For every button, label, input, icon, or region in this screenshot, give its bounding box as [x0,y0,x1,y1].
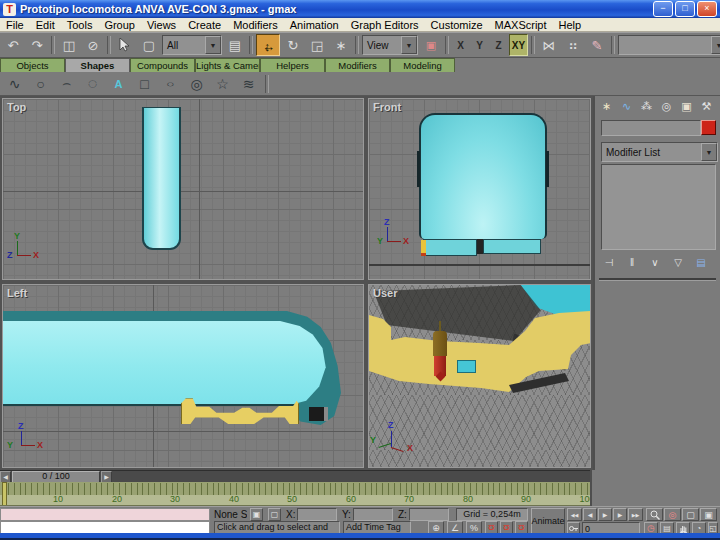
track-bar[interactable]: 10 20 30 40 50 60 70 80 90 100 [0,482,590,506]
menu-create[interactable]: Create [182,19,227,31]
viewport-front[interactable]: Front Z X Y [368,98,591,280]
restrict-y-button[interactable]: Y [471,35,488,55]
hierarchy-tab[interactable]: ⁂ [637,98,656,115]
locomotive-body-left-view[interactable] [3,321,329,405]
cyan-detail-box[interactable] [457,360,476,373]
previous-frame-button[interactable]: ◀ [583,508,597,521]
time-slider-right-arrow[interactable]: ▶ [101,471,112,483]
viewport-user[interactable]: User Z X Y [368,284,591,468]
time-slider-left-arrow[interactable]: ◀ [0,471,11,483]
next-frame-button[interactable]: ▶ [613,508,627,521]
show-end-result-button[interactable]: ‖ [622,254,642,270]
menu-edit[interactable]: Edit [30,19,61,31]
rectangular-selection-region-button[interactable]: ▢ [138,35,160,55]
tab-shapes[interactable]: Shapes [65,58,130,72]
damper-cylinder-top[interactable] [433,331,447,356]
yellow-part-front-view[interactable] [421,240,426,256]
go-to-end-button[interactable]: ▶▶ [628,508,643,521]
configure-modifier-sets-button[interactable]: ▤ [691,254,711,270]
close-button[interactable]: × [697,1,717,17]
restore-button[interactable]: □ [675,1,695,17]
modify-tab[interactable]: ∿ [617,98,636,115]
circle-tool-button[interactable]: ○ [30,74,51,94]
restrict-z-button[interactable]: Z [490,35,507,55]
skirt-right-front-view[interactable] [483,239,541,254]
make-unique-button[interactable]: ∨ [645,254,665,270]
zoom-all-button[interactable]: ◎ [664,508,681,521]
tab-modeling[interactable]: Modeling [390,58,455,72]
helix-tool-button[interactable]: ≋ [238,74,259,94]
title-bar[interactable]: T Prototipo locomotora ANVA AVE-CON 3.gm… [0,0,720,18]
utilities-tab[interactable]: ⚒ [697,98,716,115]
zoom-button[interactable] [646,508,663,521]
select-and-link-button[interactable]: ◫ [58,35,80,55]
create-tab[interactable]: ∗ [597,98,616,115]
select-and-rotate-button[interactable]: ↻ [282,35,304,55]
redo-button[interactable]: ↷ [26,35,48,55]
tab-objects[interactable]: Objects [0,58,65,72]
star-tool-button[interactable]: ☆ [212,74,233,94]
modifier-stack-list[interactable] [601,164,716,250]
skirt-left-front-view[interactable] [423,239,477,256]
track-view-button[interactable]: ✎ [586,35,608,55]
x-coord-field[interactable] [297,508,337,521]
viewport-top[interactable]: Top Y X Z [2,98,364,280]
time-slider-track[interactable]: ◀ 0 / 100 ▶ [0,470,590,482]
absolute-mode-toggle[interactable]: ▢ [268,508,281,521]
ngon-tool-button[interactable]: ◌ [82,74,103,94]
menu-group[interactable]: Group [98,19,141,31]
mirror-button[interactable]: ⋈ [538,35,560,55]
object-name-field[interactable] [601,120,701,136]
select-and-move-button[interactable]: ↔↕ [256,34,280,56]
select-object-button[interactable] [114,35,136,55]
motion-tab[interactable]: ◎ [657,98,676,115]
arc-tool-button[interactable]: ⌢ [56,74,77,94]
donut-tool-button[interactable]: ◎ [186,74,207,94]
text-tool-button[interactable]: A [108,74,129,94]
ellipse-tool-button[interactable]: ○ [160,74,181,94]
named-selection-sets-dropdown[interactable]: ▼ [618,35,720,55]
coupler-part[interactable] [309,407,328,421]
menu-views[interactable]: Views [141,19,182,31]
tab-modifiers[interactable]: Modifiers [325,58,390,72]
rectangle-tool-button[interactable]: □ [134,74,155,94]
menu-graph-editors[interactable]: Graph Editors [345,19,425,31]
modifier-list-dropdown[interactable]: Modifier List ▼ [601,142,718,162]
undo-button[interactable]: ↶ [2,35,24,55]
y-coord-field[interactable] [353,508,393,521]
locomotive-body-front-view[interactable] [419,113,547,239]
menu-modifiers[interactable]: Modifiers [227,19,284,31]
pin-stack-button[interactable]: ⊣ [599,254,619,270]
tab-helpers[interactable]: Helpers [260,58,325,72]
menu-file[interactable]: File [0,19,30,31]
viewport-left[interactable]: Left Z X Y [2,284,364,468]
reference-coordinate-dropdown[interactable]: View ▼ [362,35,418,55]
play-button[interactable]: ▶ [598,508,612,521]
menu-help[interactable]: Help [553,19,588,31]
track-bar-marker[interactable] [2,482,7,506]
time-slider-handle[interactable]: 0 / 100 [12,471,100,483]
z-coord-field[interactable] [409,508,449,521]
restrict-xy-plane-button[interactable]: XY [509,34,528,56]
zoom-extents-all-button[interactable]: ▣ [700,508,717,521]
use-pivot-point-button[interactable]: ▣ [420,35,442,55]
remove-modifier-button[interactable]: ▽ [668,254,688,270]
zoom-extents-button[interactable]: ▢ [682,508,699,521]
selection-filter-dropdown[interactable]: All ▼ [162,35,222,55]
go-to-start-button[interactable]: ◀◀ [567,508,582,521]
unlink-selection-button[interactable]: ⊘ [82,35,104,55]
select-and-manipulate-button[interactable]: ∗ [330,35,352,55]
maxscript-listener-output[interactable] [0,508,210,521]
object-color-swatch[interactable] [701,120,716,135]
tab-compounds[interactable]: Compounds [130,58,195,72]
locomotive-body-top-view[interactable] [142,107,181,250]
tab-lights-cameras[interactable]: Lights & Cameras [195,58,260,72]
minimize-button[interactable]: − [653,1,673,17]
restrict-x-button[interactable]: X [452,35,469,55]
line-tool-button[interactable]: ∿ [4,74,25,94]
select-by-name-button[interactable]: ▤ [224,35,246,55]
menu-tools[interactable]: Tools [61,19,99,31]
menu-animation[interactable]: Animation [284,19,345,31]
menu-maxscript[interactable]: MAXScript [489,19,553,31]
menu-customize[interactable]: Customize [425,19,489,31]
